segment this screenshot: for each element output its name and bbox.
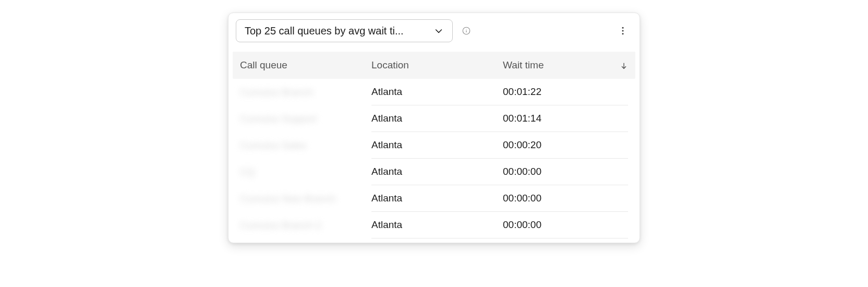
cell-queue: Cumulus Branch [240, 87, 371, 98]
arrow-down-icon [620, 61, 628, 69]
table-row[interactable]: Cumulus Support Atlanta 00:01:14 [233, 105, 635, 132]
cell-queue: Cumulus Support [240, 113, 371, 125]
card-header: Top 25 call queues by avg wait ti... [228, 13, 640, 52]
cell-wait: 00:00:00 [503, 212, 628, 238]
table-row[interactable]: CQ Atlanta 00:00:00 [233, 159, 635, 185]
cell-location: Atlanta [371, 132, 503, 159]
cell-wait: 00:00:00 [503, 159, 628, 185]
cell-location: Atlanta [371, 105, 503, 132]
svg-point-5 [622, 33, 624, 34]
cell-wait: 00:00:20 [503, 132, 628, 159]
report-selector-dropdown[interactable]: Top 25 call queues by avg wait ti... [236, 19, 453, 42]
table-header-row: Call queue Location Wait time [233, 52, 635, 79]
cell-location: Atlanta [371, 212, 503, 238]
cell-queue: Cumulus Sales [240, 140, 371, 151]
chevron-down-icon [433, 26, 444, 36]
cell-location: Atlanta [371, 79, 503, 105]
table-row[interactable]: Cumulus New Branch Atlanta 00:00:00 [233, 185, 635, 212]
table: Call queue Location Wait time Cumulus Br… [228, 52, 640, 238]
cell-queue: CQ [240, 166, 371, 178]
column-header-wait[interactable]: Wait time [503, 59, 628, 71]
cell-queue: Cumulus Branch 2 [240, 220, 371, 231]
column-header-wait-label: Wait time [503, 59, 544, 71]
call-queue-report-card: Top 25 call queues by avg wait ti... [228, 13, 640, 243]
cell-location: Atlanta [371, 159, 503, 185]
table-row[interactable]: Cumulus Sales Atlanta 00:00:20 [233, 132, 635, 159]
cell-location: Atlanta [371, 185, 503, 212]
table-row[interactable]: Cumulus Branch 2 Atlanta 00:00:00 [233, 212, 635, 238]
kebab-menu-icon[interactable] [617, 25, 629, 37]
column-header-queue[interactable]: Call queue [240, 59, 371, 71]
header-left: Top 25 call queues by avg wait ti... [236, 19, 472, 42]
table-row[interactable]: Cumulus Branch Atlanta 00:01:22 [233, 79, 635, 105]
svg-point-2 [466, 29, 466, 29]
svg-point-3 [622, 27, 624, 29]
svg-point-4 [622, 30, 624, 32]
info-icon[interactable] [461, 26, 472, 36]
cell-queue: Cumulus New Branch [240, 193, 371, 205]
cell-wait: 00:01:14 [503, 105, 628, 132]
cell-wait: 00:01:22 [503, 79, 628, 105]
dropdown-label: Top 25 call queues by avg wait ti... [245, 25, 404, 37]
column-header-location[interactable]: Location [371, 59, 503, 71]
cell-wait: 00:00:00 [503, 185, 628, 212]
